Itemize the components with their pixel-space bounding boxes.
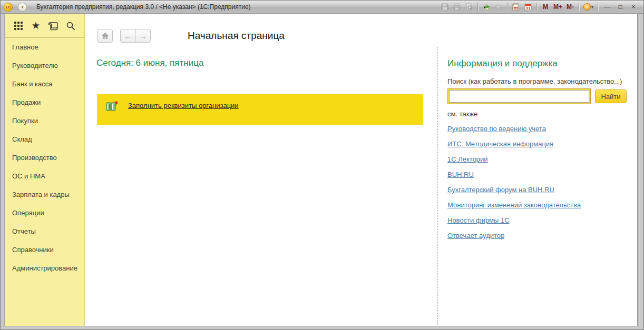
svg-text:31: 31 <box>525 6 531 11</box>
calculator-icon[interactable] <box>511 2 521 12</box>
support-search-label: Поиск (как работать в программе, законод… <box>447 77 622 85</box>
search-icon[interactable] <box>65 21 76 31</box>
toolbar-separator <box>598 3 598 11</box>
info-icon: i <box>583 3 591 11</box>
home-button[interactable] <box>97 29 113 43</box>
today-label: Сегодня: 6 июня, пятница <box>96 58 203 68</box>
print-icon[interactable] <box>452 2 462 12</box>
sidebar-menu: Главное Руководителю Банк и касса Продаж… <box>5 38 84 277</box>
sidebar-menu-item[interactable]: Операции <box>5 204 84 222</box>
window-frame-bottom <box>1 326 643 329</box>
sidebar-menu-item[interactable]: Покупки <box>5 112 84 130</box>
sidebar-panel-icons: ★ <box>5 14 84 38</box>
support-link[interactable]: Отвечает аудитор <box>447 232 581 247</box>
sidebar-menu-item[interactable]: Зарплата и кадры <box>5 185 84 204</box>
memory-subtract-button[interactable]: M- <box>565 2 575 12</box>
print-preview-icon[interactable] <box>464 2 474 12</box>
main-menu-button[interactable]: ▾ <box>18 3 27 12</box>
window-title: Бухгалтерия предприятия, редакция 3.0 / … <box>36 3 251 11</box>
window-frame-right <box>637 14 643 326</box>
sidebar-menu-item[interactable]: Производство <box>5 148 84 167</box>
support-header: Информация и поддержка <box>447 58 558 69</box>
favorites-icon[interactable] <box>493 2 504 12</box>
find-button[interactable]: Найти <box>595 89 627 103</box>
history-scroll-icon[interactable] <box>48 21 58 31</box>
window-frame-left <box>1 14 5 326</box>
support-search-field-frame <box>447 88 591 104</box>
titlebar: 1С ▾ Бухгалтерия предприятия, редакция 3… <box>1 1 643 14</box>
add-favorite-icon[interactable] <box>481 2 492 12</box>
favorites-star-icon[interactable]: ★ <box>31 21 41 31</box>
sidebar-menu-item[interactable]: Руководителю <box>5 56 84 75</box>
sidebar: ★ Главное Руководителю Банк и касса <box>5 14 85 326</box>
toolbar-separator <box>507 3 508 11</box>
memory-add-button[interactable]: M+ <box>552 2 563 12</box>
support-links: Руководство по ведению учета ИТС. Методи… <box>447 125 581 247</box>
navigation-buttons: ← → <box>120 29 151 43</box>
back-button[interactable]: ← <box>121 29 136 42</box>
toolbar-separator <box>477 3 478 11</box>
app-logo-icon: 1С <box>4 3 13 12</box>
save-icon[interactable] <box>440 2 450 12</box>
support-search-input[interactable] <box>449 90 589 103</box>
sidebar-menu-item[interactable]: Продажи <box>5 93 84 112</box>
page-title: Начальная страница <box>188 30 285 42</box>
fill-org-requisites-link[interactable]: Заполнить реквизиты организации <box>128 102 239 109</box>
support-link[interactable]: Мониторинг изменений законодательства <box>447 201 581 216</box>
sidebar-menu-item[interactable]: Отчеты <box>5 222 84 241</box>
forward-button[interactable]: → <box>136 29 151 42</box>
calendar-icon[interactable]: 31 <box>523 2 533 12</box>
titlebar-tools: 31 M M+ M- i ▾ — □ × <box>440 2 639 12</box>
maximize-button[interactable]: □ <box>614 2 626 12</box>
sidebar-menu-item[interactable]: Главное <box>5 38 84 56</box>
sections-grid-icon[interactable] <box>13 21 24 31</box>
organization-icon <box>106 101 119 114</box>
chevron-down-icon: ▾ <box>591 5 593 9</box>
sidebar-menu-item[interactable]: ОС и НМА <box>5 167 84 185</box>
see-also-label: см. также <box>447 110 477 118</box>
support-link[interactable]: Новости фирмы 1С <box>447 216 581 232</box>
toolbar-separator <box>579 3 579 11</box>
main-area: ← → Начальная страница Сегодня: 6 июня, … <box>85 14 637 326</box>
org-requisites-banner: Заполнить реквизиты организации <box>97 94 423 125</box>
window-body: ★ Главное Руководителю Банк и касса <box>1 14 643 326</box>
support-link[interactable]: Руководство по ведению учета <box>447 125 581 140</box>
close-button[interactable]: × <box>628 2 639 12</box>
memory-recall-button[interactable]: M <box>540 2 551 12</box>
column-separator <box>437 47 438 326</box>
support-link[interactable]: 1С:Лекторий <box>447 155 581 171</box>
toolbar-separator <box>536 3 537 11</box>
support-link[interactable]: Бухгалтерский форум на BUH.RU <box>447 186 581 201</box>
support-link[interactable]: ИТС. Методическая информация <box>447 140 581 155</box>
sidebar-menu-item[interactable]: Склад <box>5 130 84 148</box>
minimize-button[interactable]: — <box>601 2 613 12</box>
sidebar-menu-item[interactable]: Администрирование <box>5 259 84 277</box>
sidebar-menu-item[interactable]: Банк и касса <box>5 75 84 93</box>
sidebar-menu-item[interactable]: Справочники <box>5 241 84 259</box>
app-window: 1С ▾ Бухгалтерия предприятия, редакция 3… <box>0 0 644 330</box>
info-button[interactable]: i ▾ <box>582 2 594 12</box>
support-link[interactable]: BUH.RU <box>447 171 581 186</box>
